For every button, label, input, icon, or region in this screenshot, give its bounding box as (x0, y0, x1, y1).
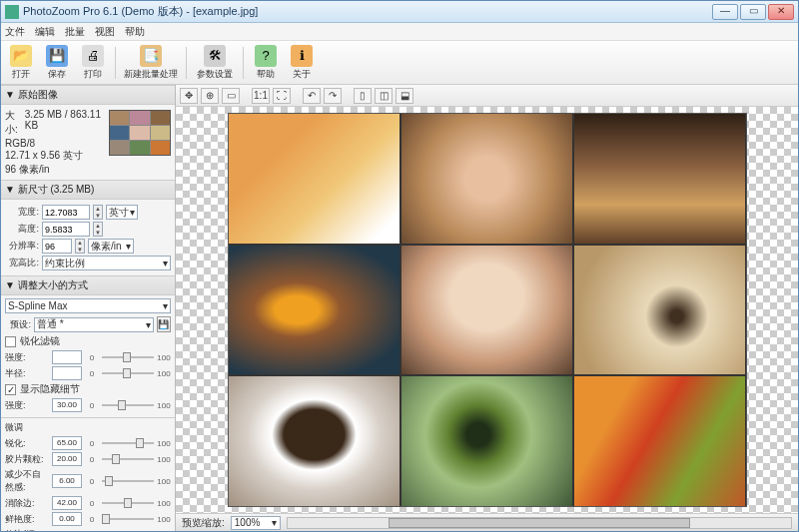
resolution-input[interactable] (42, 239, 72, 254)
toolbar-separator (115, 47, 116, 79)
toolbar-separator (243, 47, 244, 79)
intensity-value[interactable] (52, 350, 82, 364)
radius-label: 半径: (5, 367, 49, 380)
intensity-label: 强度: (5, 351, 49, 364)
grid-cell (401, 114, 572, 244)
method-select[interactable]: S-Spline Max▾ (5, 298, 171, 313)
zoom-in-tool[interactable]: ⊕ (201, 88, 219, 104)
menu-view[interactable]: 视图 (95, 25, 115, 39)
close-button[interactable]: ✕ (768, 4, 794, 20)
menu-edit[interactable]: 编辑 (35, 25, 55, 39)
toolbar-separator (186, 47, 187, 79)
vibrance-slider[interactable] (102, 513, 154, 525)
preset-label: 预设: (5, 318, 31, 331)
radius-value[interactable] (52, 366, 82, 380)
width-spinner[interactable]: ▲▼ (93, 205, 103, 220)
menu-file[interactable]: 文件 (5, 25, 25, 39)
canvas-area: ✥ ⊕ ▭ 1:1 ⛶ ↶ ↷ ▯ ◫ ⬓ (176, 85, 798, 531)
thumbnail[interactable] (109, 110, 171, 156)
gear-icon: 🛠 (204, 45, 226, 67)
preset-select[interactable]: 普通 *▾ (34, 317, 154, 332)
width-input[interactable] (42, 205, 90, 220)
panel-original-header[interactable]: ▼ 原始图像 (1, 85, 175, 105)
vibrance-value[interactable]: 0.00 (52, 512, 82, 526)
aspect-select[interactable]: 约束比例▾ (42, 256, 171, 270)
panel-original: 大小:3.25 MB / 863.11 KB RGB/8 12.71 x 9.5… (1, 105, 175, 180)
resolution-spinner[interactable]: ▲▼ (75, 239, 85, 254)
maximize-button[interactable]: ▭ (740, 4, 766, 20)
print-button[interactable]: 🖨打印 (79, 45, 107, 81)
minimize-button[interactable]: — (712, 4, 738, 20)
artifact-value[interactable]: 6.00 (52, 474, 82, 488)
window-title: PhotoZoom Pro 6.1 (Demo 版本) - [example.j… (23, 4, 712, 19)
menu-help[interactable]: 帮助 (125, 25, 145, 39)
rotate-right[interactable]: ↷ (324, 88, 342, 104)
settings-button[interactable]: 🛠参数设置 (195, 45, 235, 81)
select-tool[interactable]: ▭ (222, 88, 240, 104)
grid-cell (229, 376, 400, 506)
info-icon: ℹ (291, 45, 313, 67)
zoom-100[interactable]: 1:1 (252, 88, 270, 104)
horizontal-scrollbar[interactable] (287, 517, 792, 529)
panel-method-header[interactable]: ▼ 调整大小的方式 (1, 275, 175, 295)
sharpen-checkbox[interactable] (5, 336, 16, 347)
statusbar: 预览缩放: 100%▾ (176, 513, 798, 531)
grid-cell (229, 246, 400, 375)
zoom-select[interactable]: 100%▾ (231, 516, 281, 530)
height-input[interactable] (42, 222, 90, 237)
detail-intensity-slider[interactable] (102, 399, 154, 411)
panel-newsize-header[interactable]: ▼ 新尺寸 (3.25 MB) (1, 180, 175, 200)
dimensions: 12.71 x 9.56 英寸 (5, 149, 105, 163)
save-button[interactable]: 💾保存 (43, 45, 71, 81)
open-button[interactable]: 📂打开 (7, 45, 35, 81)
detail-label: 显示隐藏细节 (20, 382, 80, 396)
detail-intensity-value[interactable]: 30.00 (52, 398, 82, 412)
split-none[interactable]: ▯ (354, 88, 372, 104)
aspect-label: 宽高比: (5, 257, 39, 269)
disk-icon: 💾 (46, 45, 68, 67)
preset-save-button[interactable]: 💾 (157, 316, 171, 332)
edge-value[interactable]: 42.00 (52, 496, 82, 510)
help-button[interactable]: ?帮助 (252, 45, 280, 81)
size-value: 3.25 MB / 863.11 KB (25, 109, 105, 137)
detail-checkbox[interactable]: ✓ (5, 384, 16, 395)
panel-method: S-Spline Max▾ 预设: 普通 *▾ 💾 锐化滤镜 强度:0100 半… (1, 295, 175, 417)
grid-cell (401, 376, 572, 506)
unit-select[interactable]: 英寸▾ (106, 205, 138, 220)
grid-cell (574, 376, 745, 506)
menubar: 文件 编辑 批量 视图 帮助 (1, 23, 798, 41)
preview-image (228, 113, 747, 507)
panel-newsize: 宽度: ▲▼ 英寸▾ 高度: ▲▼ 分辨率: ▲▼ 像素/in▾ (1, 200, 175, 275)
width-label: 宽度: (5, 206, 39, 219)
height-spinner[interactable]: ▲▼ (93, 222, 103, 237)
help-icon: ? (255, 45, 277, 67)
titlebar: PhotoZoom Pro 6.1 (Demo 版本) - [example.j… (1, 1, 798, 23)
split-vert[interactable]: ⬓ (396, 88, 413, 104)
intensity-slider[interactable] (102, 351, 154, 363)
nav-tool[interactable]: ✥ (180, 88, 198, 104)
grain-slider[interactable] (102, 453, 154, 465)
panel-finetune: 微调 锐化:65.000100 胶片颗粒:20.000100 减少不自然感:6.… (1, 417, 175, 531)
grid-cell (401, 246, 572, 375)
sidebar: ▼ 原始图像 大小:3.25 MB / 863.11 KB RGB/8 12.7… (1, 85, 176, 531)
new-batch-button[interactable]: 📑新建批量处理 (124, 45, 178, 81)
resolution-unit-select[interactable]: 像素/in▾ (88, 239, 134, 254)
about-button[interactable]: ℹ关于 (288, 45, 316, 81)
height-label: 高度: (5, 223, 39, 236)
edge-slider[interactable] (102, 497, 154, 509)
radius-slider[interactable] (102, 367, 154, 379)
artifact-slider[interactable] (102, 475, 154, 487)
sharpen-value[interactable]: 65.00 (52, 436, 82, 450)
sharpen-slider[interactable] (102, 437, 154, 449)
rotate-left[interactable]: ↶ (303, 88, 321, 104)
split-horiz[interactable]: ◫ (375, 88, 393, 104)
main-toolbar: 📂打开 💾保存 🖨打印 📑新建批量处理 🛠参数设置 ?帮助 ℹ关于 (1, 41, 798, 85)
menu-batch[interactable]: 批量 (65, 25, 85, 39)
grain-value[interactable]: 20.00 (52, 452, 82, 466)
batch-icon: 📑 (140, 45, 162, 67)
color-mode: RGB/8 (5, 138, 105, 149)
canvas-viewport[interactable] (176, 107, 798, 513)
app-window: PhotoZoom Pro 6.1 (Demo 版本) - [example.j… (0, 0, 799, 532)
folder-icon: 📂 (10, 45, 32, 67)
zoom-fit[interactable]: ⛶ (273, 88, 291, 104)
